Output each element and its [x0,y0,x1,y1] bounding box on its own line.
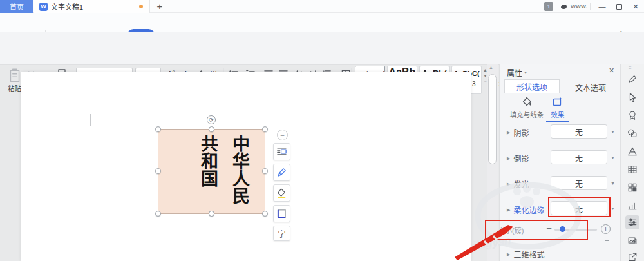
margin-mark [90,114,91,126]
chart-button[interactable] [625,198,639,213]
panel-close-button[interactable]: ✕ [609,66,614,75]
glow-dropdown[interactable]: 无 [551,176,607,190]
bar-chart-icon [627,200,638,211]
section-soft-edges[interactable]: ▶柔化边缘 [507,204,544,215]
border-style-icon [276,208,287,219]
shapes-button[interactable] [625,126,639,140]
bird-logo-icon [559,1,568,10]
resize-handle-s[interactable] [209,211,214,217]
outline-color-button[interactable] [273,164,290,181]
effects-icon [552,96,564,108]
annotation-box-soft-edges [548,197,611,217]
margin-mark [80,126,91,126]
selected-textbox[interactable]: 中华人民共和国 [158,129,265,214]
resize-handle-sw[interactable] [155,211,161,217]
shadow-label: 阴影 [513,127,529,138]
resize-handle-w[interactable] [155,168,161,174]
window-tab-bar: 首页 W 文字文稿1 + 1 www. — ✕ [0,0,644,13]
subtab-fill-lines[interactable]: 填充与线条 [508,96,545,119]
unsaved-dot [139,5,143,8]
apps-button[interactable] [625,180,639,195]
minimize-button[interactable]: — [594,0,611,13]
paste-label: 粘贴 [8,84,21,92]
size-increase-button[interactable]: + [601,224,611,234]
section-glow[interactable]: ▶发光 [507,179,529,189]
shadow-value: 无 [575,126,583,137]
border-style-button[interactable] [273,205,290,222]
select-tool-button[interactable] [625,90,639,104]
wps-doc-icon: W [39,3,48,11]
fill-color-button[interactable] [273,184,290,202]
table-tool-button[interactable] [625,162,639,177]
text-format-button[interactable]: 字 [273,226,290,241]
section-reflection[interactable]: ▶倒影 [507,153,529,164]
annotation-box-size [485,220,588,240]
margin-mark [404,114,404,126]
chevron-down-icon[interactable]: ▼ [611,206,615,211]
scrollbar-thumb[interactable] [488,74,497,164]
reflection-label: 倒影 [513,153,529,164]
seal-icon [627,110,638,121]
glow-label: 发光 [513,179,529,189]
chevron-down-icon[interactable]: ▼ [611,130,615,134]
chevron-down-icon[interactable]: ▼ [611,181,615,186]
properties-panel-toggle[interactable] [625,215,639,229]
tab-shape-options[interactable]: 形状选项 [504,79,560,93]
ribbon-toolbar: 粘贴 ▾ 剪切 复制 格式刷 方正兰亭中粗黑简▾ 21▾ A^ Aˇ 拼▾ B … [0,32,644,65]
pen-icon [627,74,638,84]
menu-bar: ≡ 文件 ∨ ↶▾ ↷ ⌄ 开始 插入 页面布局 引用 审阅 视图 章节 安全 … [0,13,644,32]
strip-handle-icon: ≡ [629,65,632,71]
margin-mark [404,126,414,126]
rotate-handle[interactable]: ⟳ [207,115,216,124]
share-out-icon [627,252,638,261]
account-count-badge[interactable]: 1 [544,2,553,11]
export-share-button[interactable] [625,250,639,261]
wrap-layout-button[interactable] [273,143,290,160]
table-icon [627,164,638,175]
close-button[interactable]: ✕ [627,0,644,13]
brand-label: www. [571,2,587,10]
section-3d-format[interactable]: ▶三维格式 [507,249,544,260]
app-grid-icon [627,182,638,193]
text-format-label: 字 [278,228,285,239]
shapes-icon [627,128,638,139]
new-tab-button[interactable]: + [153,1,166,12]
resize-handle-e[interactable] [262,168,268,174]
maximize-button[interactable] [611,0,627,13]
subtab-fill-lines-label: 填充与线条 [508,110,545,119]
reflection-dropdown[interactable]: 无 [551,150,607,164]
subtab-effects[interactable]: 效果 [546,96,569,122]
maximize-icon [616,4,622,10]
ink-annotate-button[interactable] [625,72,639,86]
resize-handle-nw[interactable] [155,126,161,132]
chevron-down-icon[interactable]: ▼ [611,155,615,160]
panel-title[interactable]: 属性▾ [507,67,527,78]
cursor-icon [627,92,638,102]
seal-button[interactable] [625,108,639,122]
float-toolbar-collapse-button[interactable]: – [277,130,288,140]
subtab-effects-label: 效果 [546,110,569,119]
image-stack-icon [627,235,638,246]
paste-icon [8,68,22,83]
pen-icon [276,167,287,178]
media-library-button[interactable] [625,233,639,247]
resize-handle-se[interactable] [262,211,268,217]
pyramid-icon [627,146,638,157]
tab-text-options[interactable]: 文本选项 [565,82,616,93]
shadow-dropdown[interactable]: 无 [551,124,607,139]
resize-handle-n[interactable] [209,126,214,132]
section-shadow[interactable]: ▶阴影 [507,127,529,138]
home-tab[interactable]: 首页 [0,0,33,13]
panel-title-label: 属性 [507,67,522,78]
smartart-button[interactable] [625,144,639,159]
3d-format-label: 三维格式 [513,249,544,260]
section-dialog-launcher[interactable] [605,237,609,241]
home-tab-label: 首页 [10,1,24,12]
resize-handle-ne[interactable] [262,126,268,132]
brand-area: www. [559,1,587,10]
scroll-up-icon[interactable]: ▲ [489,65,493,70]
sliders-icon [627,217,638,227]
reflection-value: 无 [575,152,583,163]
document-tab[interactable]: W 文字文稿1 [34,0,150,13]
divider [590,3,591,10]
